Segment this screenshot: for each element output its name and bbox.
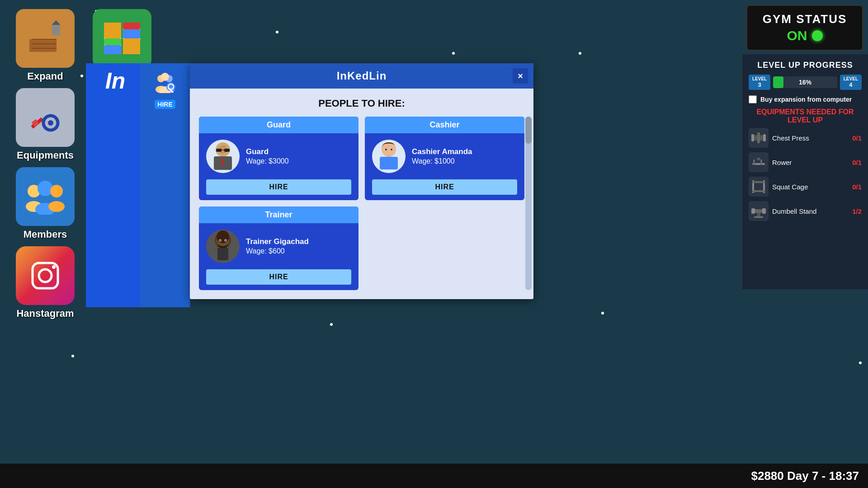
icon-hanstagram[interactable]: Hanstagram — [9, 246, 81, 319]
guard-info: Guard Wage: $3000 — [246, 147, 289, 165]
svg-rect-47 — [762, 208, 766, 214]
gym-status-indicator — [812, 30, 823, 41]
equip-item-rower: Rower 0/1 — [749, 152, 862, 172]
guard-hire-button[interactable]: HIRE — [206, 179, 351, 195]
rower-count: 0/1 — [852, 159, 862, 166]
hire-card-trainer: Trainer — [199, 206, 359, 290]
svg-rect-40 — [757, 158, 760, 160]
svg-rect-70 — [380, 157, 398, 169]
sidebar-tab-hire[interactable]: HIRE — [155, 72, 175, 109]
inkedlin-bg-panel: In — [86, 63, 145, 307]
inkedlin-sidebar: HIRE — [140, 63, 190, 307]
gym-status-panel: GYM STATUS ON — [746, 5, 863, 51]
buy-expansion-label[interactable]: Buy expansion from computer — [760, 96, 852, 103]
svg-rect-13 — [104, 45, 121, 54]
svg-rect-63 — [224, 149, 230, 152]
trainer-hire-button[interactable]: HIRE — [206, 269, 351, 285]
cashier-avatar — [372, 140, 406, 173]
cashier-wage: Wage: $1000 — [412, 157, 472, 165]
equip-needed-title: EQUIPMENTS NEEDED FOR LEVEL UP — [749, 108, 862, 124]
expand-icon-img — [16, 9, 75, 68]
squat-cage-name: Squat Cage — [772, 183, 849, 191]
dumbell-stand-count: 1/2 — [852, 207, 862, 215]
equip-item-dumbell-stand: Dumbell Stand 1/2 — [749, 201, 862, 221]
svg-rect-46 — [751, 208, 755, 214]
modal-close-button[interactable]: × — [513, 68, 528, 84]
svg-point-52 — [161, 73, 169, 81]
guard-category: Guard — [199, 117, 359, 133]
modal-scroll-thumb[interactable] — [525, 117, 532, 144]
icon-expand[interactable]: Expand — [9, 9, 81, 82]
hanstagram-icon-img — [16, 246, 75, 305]
equipments-label: Equipments — [17, 150, 74, 161]
svg-point-31 — [39, 269, 52, 282]
chest-press-icon — [749, 128, 769, 148]
svg-rect-39 — [760, 160, 762, 165]
svg-rect-10 — [123, 38, 140, 54]
modal-header: InKedLin × — [190, 63, 533, 89]
svg-rect-12 — [123, 23, 140, 29]
equipments-icon-img — [16, 88, 75, 147]
cashier-hire-button[interactable]: HIRE — [372, 179, 517, 195]
inkedlin-logo-text: In — [105, 68, 125, 94]
hire-tab-label: HIRE — [155, 100, 175, 109]
hire-card-cashier: Cashier — [365, 117, 524, 200]
level-progress-row: LEVEL 3 16% LEVEL 4 — [749, 75, 862, 90]
svg-point-69 — [391, 149, 392, 150]
equip-item-chest-press: Chest Press 0/1 — [749, 128, 862, 148]
svg-point-67 — [383, 144, 394, 155]
cashier-body: Cashier Amanda Wage: $1000 — [365, 133, 524, 179]
svg-rect-78 — [217, 248, 228, 260]
dumbell-stand-name: Dumbell Stand — [772, 207, 849, 215]
icon-members[interactable]: Members — [9, 167, 81, 240]
rower-name: Rower — [772, 159, 849, 166]
equip-item-squat-cage: Squat Cage 0/1 — [749, 177, 862, 197]
icon-equipments[interactable]: Equipments — [9, 88, 81, 161]
progress-bar: 16% — [773, 76, 837, 88]
level-badge-next: LEVEL 4 — [840, 75, 862, 90]
guard-body: Guard Wage: $3000 — [199, 133, 359, 179]
trainer-body: Trainer Gigachad Wage: $600 — [199, 223, 359, 269]
level-up-title: LEVEL UP PROGRESS — [749, 61, 862, 70]
members-icon-img — [16, 167, 75, 226]
trainer-category: Trainer — [199, 206, 359, 223]
guard-avatar — [206, 140, 240, 173]
money-day-text: $2880 Day 7 - 18:37 — [751, 469, 859, 483]
trainer-avatar — [206, 230, 240, 263]
hire-card-guard: Guard — [199, 117, 359, 200]
svg-point-73 — [217, 230, 229, 243]
svg-rect-64 — [222, 150, 224, 150]
modal-body: PEOPLE TO HIRE: Guard — [190, 89, 533, 299]
guard-name: Guard — [246, 147, 289, 156]
gym-status-value: ON — [787, 28, 807, 43]
modal-scrollbar[interactable] — [525, 117, 532, 290]
svg-rect-38 — [753, 160, 755, 165]
people-to-hire-title: PEOPLE TO HIRE: — [199, 98, 524, 109]
dumbell-stand-icon — [749, 201, 769, 221]
chest-press-count: 0/1 — [852, 134, 862, 142]
svg-point-20 — [38, 181, 53, 196]
svg-point-18 — [48, 120, 53, 126]
svg-point-77 — [225, 240, 226, 241]
svg-rect-36 — [757, 132, 760, 143]
svg-rect-62 — [216, 149, 222, 152]
svg-rect-9 — [104, 23, 121, 38]
trainer-name: Trainer Gigachad — [246, 237, 309, 246]
cashier-category: Cashier — [365, 117, 524, 133]
svg-rect-11 — [104, 38, 121, 45]
guard-wage: Wage: $3000 — [246, 157, 289, 165]
rower-icon — [749, 152, 769, 172]
svg-rect-44 — [752, 190, 765, 192]
bottom-bar: $2880 Day 7 - 18:37 — [0, 464, 868, 488]
svg-point-32 — [52, 265, 56, 269]
svg-rect-34 — [751, 134, 754, 141]
buy-expansion-row[interactable]: Buy expansion from computer — [749, 95, 862, 103]
hanstagram-label: Hanstagram — [16, 308, 74, 319]
progress-bar-text: 16% — [773, 76, 837, 88]
gym-status-title: GYM STATUS — [760, 12, 849, 26]
svg-point-76 — [220, 240, 221, 241]
hire-grid: Guard — [199, 117, 524, 290]
buy-expansion-checkbox[interactable] — [749, 95, 757, 103]
svg-rect-43 — [752, 181, 765, 183]
trainer-wage: Wage: $600 — [246, 247, 309, 255]
